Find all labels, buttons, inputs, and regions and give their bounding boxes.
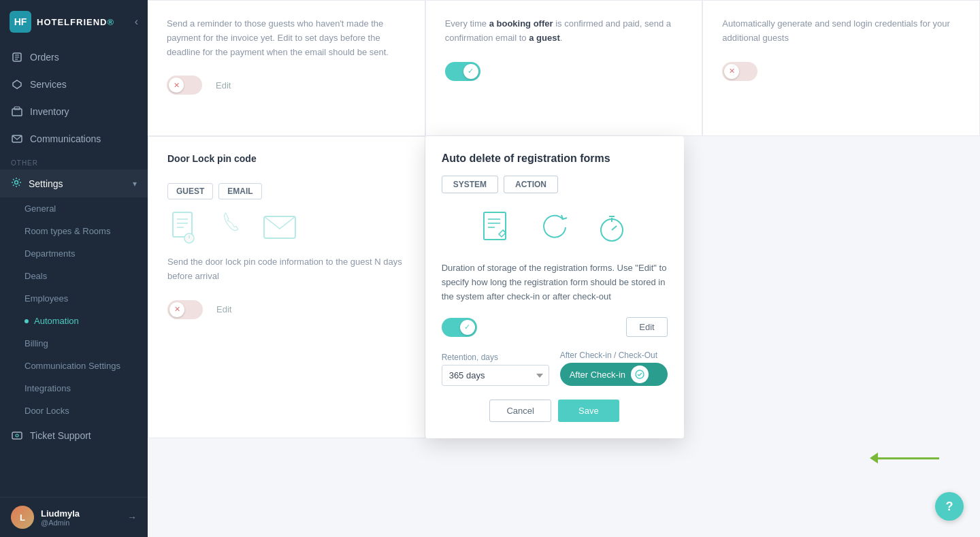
comm-label: Communications bbox=[30, 133, 101, 144]
card-col-1: Send a reminder to those guests who have… bbox=[148, 0, 425, 136]
card-col-3-bottom bbox=[702, 136, 980, 438]
door-lock-edit-link[interactable]: Edit bbox=[216, 304, 231, 314]
modal-desc: Duration of storage of the registration … bbox=[442, 261, 668, 304]
help-button[interactable]: ? bbox=[935, 492, 964, 521]
sub-item-departments[interactable]: Departments bbox=[0, 242, 148, 265]
automation-label: Automation bbox=[34, 316, 79, 326]
retention-label: Retention, days bbox=[442, 353, 549, 362]
card-2-toggle[interactable] bbox=[445, 62, 480, 81]
inventory-label: Inventory bbox=[30, 106, 69, 117]
general-label: General bbox=[24, 204, 56, 214]
modal-dialog: Auto delete of registration forms SYSTEM… bbox=[425, 136, 684, 438]
toggle-1-knob bbox=[169, 78, 184, 93]
mail-icon bbox=[263, 210, 297, 244]
modal-doc-edit-icon bbox=[477, 207, 518, 248]
sidebar-item-settings[interactable]: Settings ▾ bbox=[0, 169, 148, 197]
modal-title: Auto delete of registration forms bbox=[442, 152, 668, 165]
active-dot bbox=[24, 319, 29, 323]
svg-marker-4 bbox=[13, 80, 21, 88]
logout-button[interactable]: → bbox=[127, 512, 137, 523]
modal-tab-action[interactable]: ACTION bbox=[504, 176, 558, 193]
card-2-text: Every time a booking offer is confirmed … bbox=[445, 17, 683, 46]
deals-label: Deals bbox=[24, 271, 47, 281]
door-lock-tab-row: GUEST EMAIL bbox=[167, 183, 406, 199]
ticket-support-label: Ticket Support bbox=[30, 430, 91, 441]
sub-item-door-locks[interactable]: Door Locks bbox=[0, 400, 148, 422]
sub-item-general[interactable]: General bbox=[0, 197, 148, 220]
card-1-edit-link[interactable]: Edit bbox=[216, 80, 231, 91]
sub-item-comm-settings[interactable]: Communication Settings bbox=[0, 355, 148, 377]
sidebar-nav: Orders Services Inventory Communications… bbox=[0, 44, 148, 497]
card-3-toggle-row bbox=[722, 62, 960, 81]
door-lock-text: Send the door lock pin code information … bbox=[167, 255, 406, 284]
modal-tab-system[interactable]: SYSTEM bbox=[442, 176, 498, 193]
sidebar-item-inventory[interactable]: Inventory bbox=[0, 98, 148, 125]
doc-icon bbox=[167, 210, 201, 244]
svg-point-8 bbox=[15, 181, 18, 184]
checkin-group: After Check-in / Check-Out After Check-i… bbox=[560, 351, 668, 386]
door-lock-icons-row bbox=[167, 210, 406, 244]
modal-actions: Cancel Save bbox=[442, 400, 668, 422]
sub-item-billing[interactable]: Billing bbox=[0, 332, 148, 355]
avatar: L bbox=[11, 506, 34, 529]
sidebar-item-communications[interactable]: Communications bbox=[0, 125, 148, 152]
card-2-toggle-row bbox=[445, 62, 683, 81]
sidebar-item-orders[interactable]: Orders bbox=[0, 44, 148, 71]
sidebar-item-services[interactable]: Services bbox=[0, 71, 148, 98]
modal-toggle-knob bbox=[460, 320, 475, 335]
door-locks-label: Door Locks bbox=[24, 406, 69, 416]
door-lock-toggle-knob bbox=[169, 302, 184, 317]
door-lock-tab-guest[interactable]: GUEST bbox=[167, 183, 213, 199]
modal-col: Auto delete of registration forms SYSTEM… bbox=[425, 136, 703, 438]
comm-icon bbox=[11, 133, 23, 145]
sub-item-integrations[interactable]: Integrations bbox=[0, 377, 148, 400]
modal-edit-button[interactable]: Edit bbox=[626, 317, 667, 337]
employees-label: Employees bbox=[24, 293, 68, 304]
user-info: Liudmyla @Admin bbox=[41, 508, 120, 527]
checkin-label: After Check-in / Check-Out bbox=[560, 351, 668, 360]
orders-label: Orders bbox=[30, 52, 59, 63]
card-col-2: Every time a booking offer is confirmed … bbox=[425, 0, 703, 136]
sidebar-item-ticket-support[interactable]: Ticket Support bbox=[0, 422, 148, 449]
toggle-2-knob bbox=[463, 64, 478, 79]
ticket-support-icon bbox=[11, 429, 23, 442]
modal-refresh-icon bbox=[534, 207, 575, 248]
sidebar: HF HOTELFRIEND® ‹ Orders Services Invent… bbox=[0, 0, 148, 537]
departments-label: Departments bbox=[24, 248, 75, 259]
modal-toggle[interactable] bbox=[442, 318, 477, 337]
card-1-toggle[interactable] bbox=[167, 76, 202, 95]
comm-settings-label: Communication Settings bbox=[24, 361, 120, 371]
cancel-button[interactable]: Cancel bbox=[489, 400, 551, 422]
settings-chevron-icon: ▾ bbox=[133, 179, 137, 189]
arrow-indicator bbox=[870, 453, 939, 463]
card-3-text: Automatically generate and send login cr… bbox=[722, 17, 960, 46]
checkin-knob bbox=[631, 365, 649, 383]
toggle-3-knob bbox=[724, 64, 739, 79]
card-1-toggle-row: Edit bbox=[167, 76, 406, 95]
services-icon bbox=[11, 78, 23, 91]
retention-group: Retention, days 365 days 180 days 90 day… bbox=[442, 353, 549, 386]
room-types-label: Room types & Rooms bbox=[24, 226, 110, 236]
card-3-toggle[interactable] bbox=[722, 62, 757, 81]
retention-select[interactable]: 365 days 180 days 90 days 30 days bbox=[442, 365, 549, 386]
sub-item-employees[interactable]: Employees bbox=[0, 287, 148, 310]
checkin-toggle[interactable]: After Check-in bbox=[560, 363, 668, 386]
phone-icon bbox=[215, 210, 249, 244]
back-button[interactable]: ‹ bbox=[135, 16, 138, 28]
sub-item-deals[interactable]: Deals bbox=[0, 265, 148, 287]
sub-item-room-types[interactable]: Room types & Rooms bbox=[0, 220, 148, 242]
door-lock-tab-email[interactable]: EMAIL bbox=[218, 183, 261, 199]
sub-item-automation[interactable]: Automation bbox=[0, 310, 148, 332]
cards-grid: Send a reminder to those guests who have… bbox=[148, 0, 980, 438]
save-button[interactable]: Save bbox=[558, 400, 619, 422]
sidebar-footer: L Liudmyla @Admin → bbox=[0, 497, 148, 537]
logo-area: HF HOTELFRIEND® ‹ bbox=[0, 0, 148, 44]
inventory-icon bbox=[11, 105, 23, 118]
door-lock-toggle[interactable] bbox=[167, 300, 203, 319]
arrow-head bbox=[870, 453, 878, 463]
settings-icon bbox=[11, 177, 22, 190]
services-label: Services bbox=[30, 79, 67, 90]
card-col-3: Automatically generate and send login cr… bbox=[702, 0, 980, 136]
door-lock-toggle-row: Edit bbox=[167, 300, 406, 319]
door-lock-tabs: Door Lock pin code bbox=[167, 153, 406, 172]
